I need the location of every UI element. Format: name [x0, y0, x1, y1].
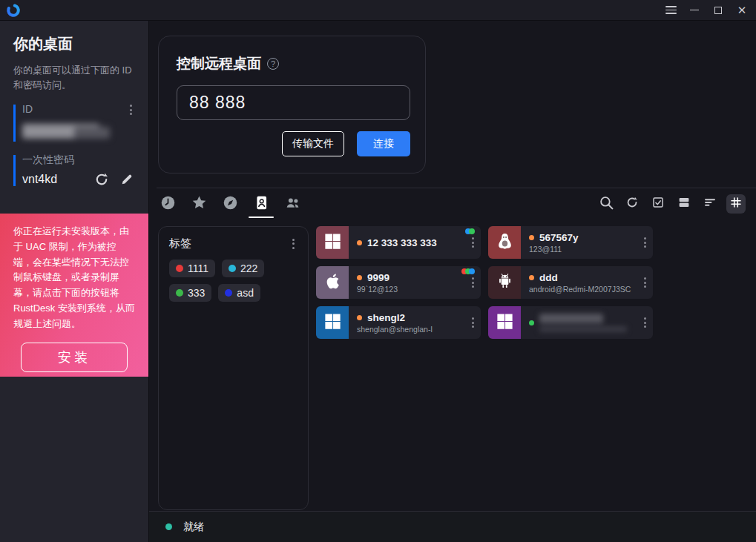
peer-os-tile: [488, 266, 521, 299]
grid-icon: [729, 196, 743, 212]
toolbar-search[interactable]: [596, 194, 616, 214]
minimize-icon[interactable]: [685, 2, 704, 19]
hamburger-menu-icon[interactable]: [661, 2, 680, 19]
transfer-file-button[interactable]: 传输文件: [282, 131, 344, 156]
password-value: vnt4kd: [22, 173, 57, 186]
status-label: 就绪: [183, 520, 204, 534]
peer-card[interactable]: [488, 306, 653, 339]
sidebar-title: 你的桌面: [13, 34, 135, 54]
windows-icon: [323, 311, 343, 334]
peer-status-dot: [357, 240, 362, 245]
install-warning-panel: 你正在运行未安装版本，由于 UAC 限制，作为被控端，会在某些情况下无法控制鼠标…: [0, 214, 148, 377]
tab-favorites[interactable]: [191, 194, 207, 214]
help-icon[interactable]: ?: [267, 58, 279, 70]
tags-title: 标签: [169, 237, 191, 251]
connect-button[interactable]: 连接: [357, 131, 410, 156]
peer-status-dot: [357, 315, 362, 320]
tabbar: [149, 188, 756, 219]
peer-card[interactable]: 12 333 333 333: [316, 226, 481, 259]
install-button[interactable]: 安装: [21, 343, 128, 372]
main-area: 控制远程桌面 ? 传输文件 连接 标签 1111222333asd 12 333…: [148, 21, 756, 542]
id-block: ID: [13, 103, 135, 143]
peer-menu-icon[interactable]: [641, 316, 649, 329]
toolbar-refresh[interactable]: [622, 194, 642, 214]
peer-status-dot: [529, 320, 534, 325]
id-menu-icon[interactable]: [127, 103, 135, 116]
tag-chip[interactable]: asd: [218, 284, 260, 302]
peer-card[interactable]: 9999 99`12@123: [316, 266, 481, 299]
password-label: 一次性密码: [22, 153, 135, 167]
close-icon[interactable]: ✕: [732, 2, 752, 19]
password-block: 一次性密码 vnt4kd: [13, 153, 135, 188]
peer-subtitle: 123@111: [529, 245, 640, 254]
peer-os-tile: [316, 306, 349, 339]
compass-icon: [223, 195, 238, 214]
sort-icon: [703, 196, 717, 212]
peer-menu-icon[interactable]: [469, 316, 477, 329]
tag-label: 1111: [188, 262, 208, 274]
peer-os-tile: [488, 306, 521, 339]
tag-label: 222: [240, 262, 257, 274]
id-value-blurred: [22, 122, 135, 143]
tab-discovered[interactable]: [222, 194, 238, 214]
search-icon: [599, 195, 614, 214]
rustdesk-logo-icon: [5, 2, 22, 19]
status-dot: [165, 523, 172, 530]
peer-os-tile: [488, 226, 521, 259]
peer-menu-icon[interactable]: [641, 236, 649, 249]
peer-card[interactable]: ddd android@Redmi-M2007J3SC: [488, 266, 653, 299]
window-controls: ✕: [661, 2, 756, 19]
tab-address-book[interactable]: [253, 194, 269, 214]
tag-chip[interactable]: 222: [222, 260, 264, 277]
peer-name: 12 333 333 333: [367, 237, 437, 248]
tag-chip[interactable]: 1111: [169, 260, 215, 277]
maximize-icon[interactable]: [709, 2, 728, 19]
group-icon: [285, 195, 300, 214]
tag-chip[interactable]: 333: [169, 284, 211, 302]
statusbar: 就绪: [149, 511, 756, 542]
cards-icon: [677, 196, 691, 212]
address-book-icon: [254, 195, 269, 214]
tags-panel: 标签 1111222333asd: [158, 226, 309, 510]
peer-status-dot: [529, 235, 534, 240]
peer-session-dots: [467, 228, 475, 234]
peer-menu-icon[interactable]: [641, 276, 649, 289]
toolbar-sort[interactable]: [700, 194, 720, 214]
peer-name: ddd: [539, 272, 558, 283]
sidebar-subtitle: 你的桌面可以通过下面的 ID 和密码访问。: [13, 63, 135, 93]
peer-name: 567567y: [539, 232, 579, 243]
peer-os-tile: [316, 266, 349, 299]
sidebar: 你的桌面 你的桌面可以通过下面的 ID 和密码访问。 ID 一次性密码 vnt4…: [0, 21, 148, 542]
peer-menu-icon[interactable]: [469, 236, 477, 249]
connect-card: 控制远程桌面 ? 传输文件 连接: [158, 36, 426, 173]
toolbar-compact-view[interactable]: [726, 194, 746, 214]
tab-group[interactable]: [284, 194, 300, 214]
tag-color-dot: [176, 265, 183, 272]
peer-menu-icon[interactable]: [469, 276, 477, 289]
peer-status-dot: [529, 275, 534, 280]
clock-icon: [160, 195, 176, 214]
android-icon: [495, 271, 515, 294]
toolbar-card-view[interactable]: [674, 194, 694, 214]
warning-text: 你正在运行未安装版本，由于 UAC 限制，作为被控端，会在某些情况下无法控制鼠标…: [13, 224, 135, 332]
toolbar-select-mode[interactable]: [648, 194, 668, 214]
tag-label: 333: [188, 287, 205, 299]
windows-icon: [323, 231, 343, 254]
peer-session-dots: [464, 268, 475, 274]
tag-label: asd: [237, 287, 254, 299]
refresh-password-icon[interactable]: [93, 171, 110, 188]
windows-icon: [495, 311, 515, 334]
peer-name: 9999: [367, 272, 389, 283]
peers-grid: 12 333 333 333 567567y 123@111 9999 99`1…: [316, 226, 747, 339]
refresh-icon: [625, 196, 639, 212]
remote-id-input[interactable]: [177, 85, 410, 120]
tag-color-dot: [225, 289, 232, 297]
tab-recent-sessions[interactable]: [160, 194, 176, 214]
peer-card[interactable]: shengl2 shenglan@shenglan-l: [316, 306, 481, 339]
peer-os-tile: [316, 226, 349, 259]
star-icon: [191, 195, 207, 214]
peer-card[interactable]: 567567y 123@111: [488, 226, 653, 259]
peer-subtitle: android@Redmi-M2007J3SC: [529, 285, 640, 294]
edit-password-icon[interactable]: [119, 171, 135, 188]
tags-menu-icon[interactable]: [289, 237, 298, 251]
